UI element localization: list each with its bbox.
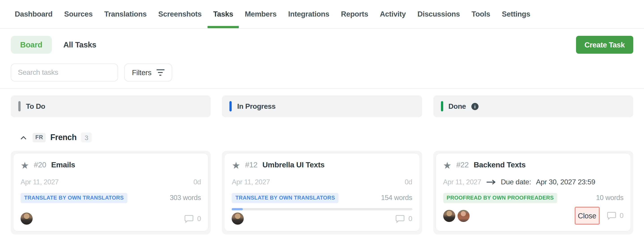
- nav-item-sources[interactable]: Sources: [58, 0, 98, 28]
- task-duration: 0d: [405, 178, 412, 186]
- card-footer: 0: [20, 212, 201, 225]
- lane-todo: ★ #20 Emails Apr 11, 2027 0d TRANSLATE B…: [11, 151, 211, 234]
- card-title-row: ★ #12 Umbrella UI Texts: [232, 153, 412, 170]
- card-date-row: Apr 11, 2027 0d: [20, 178, 201, 187]
- task-word-count: 10 words: [596, 194, 624, 202]
- task-id: #20: [34, 161, 46, 170]
- comment-bubble-icon: [184, 214, 194, 223]
- filters-label: Filters: [132, 68, 152, 77]
- in-progress-status-pill: [230, 101, 232, 111]
- comment-button[interactable]: 0: [184, 214, 201, 223]
- search-input[interactable]: [11, 64, 118, 81]
- comment-button[interactable]: 0: [395, 214, 412, 223]
- card-date-row: Apr 11, 2027 Due date: Apr 30, 2027 23:5…: [443, 178, 624, 187]
- nav-item-reports[interactable]: Reports: [335, 0, 374, 28]
- card-title-row: ★ #20 Emails: [20, 153, 201, 170]
- star-icon[interactable]: ★: [20, 160, 29, 170]
- task-duration: 0d: [194, 178, 201, 186]
- done-info-icon[interactable]: i: [471, 103, 478, 110]
- language-task-count-badge: 3: [81, 132, 92, 142]
- task-date: Apr 11, 2027: [232, 178, 270, 186]
- nav-item-discussions[interactable]: Discussions: [412, 0, 466, 28]
- progress-bar: [232, 208, 412, 210]
- language-group-name: French: [50, 133, 77, 142]
- avatar: [232, 212, 244, 225]
- progress-bar-fill: [232, 208, 242, 210]
- todo-status-pill: [18, 101, 20, 111]
- done-status-pill: [441, 101, 443, 111]
- task-type-badge: TRANSLATE BY OWN TRANSLATORS: [20, 193, 127, 203]
- task-date: Apr 11, 2027: [20, 178, 58, 186]
- nav-item-screenshots[interactable]: Screenshots: [152, 0, 208, 28]
- nav-item-settings[interactable]: Settings: [496, 0, 536, 28]
- comment-count: 0: [408, 214, 412, 223]
- column-label-done: Done: [448, 102, 466, 110]
- card-footer: Close 0: [443, 207, 624, 225]
- task-id: #22: [456, 161, 469, 170]
- divider: [0, 88, 644, 89]
- filters-button[interactable]: Filters: [124, 64, 172, 81]
- collapse-chevron-up-icon[interactable]: [18, 132, 28, 142]
- language-code-badge: FR: [33, 133, 46, 142]
- task-card-22[interactable]: ★ #22 Backend Texts Apr 11, 2027 Due: [436, 153, 630, 231]
- task-title: Backend Texts: [474, 161, 526, 170]
- assignee-avatars: [443, 210, 469, 222]
- column-header-done: Done i: [433, 95, 633, 117]
- board-toolbar: Board All Tasks Create Task: [11, 36, 633, 54]
- task-id: #12: [245, 161, 258, 170]
- assignee-avatars: [20, 212, 33, 225]
- tasks-board-page: Dashboard Sources Translations Screensho…: [0, 0, 644, 245]
- column-label-in-progress: In Progress: [237, 102, 276, 110]
- tab-all-tasks[interactable]: All Tasks: [63, 40, 96, 50]
- nav-item-tools[interactable]: Tools: [466, 0, 496, 28]
- due-date-value: Apr 30, 2027 23:59: [536, 178, 595, 186]
- lane-in-progress: ★ #12 Umbrella UI Texts Apr 11, 2027 0d …: [222, 151, 422, 234]
- nav-item-activity[interactable]: Activity: [374, 0, 412, 28]
- column-label-todo: To Do: [26, 102, 45, 110]
- status-columns: To Do In Progress Done i: [11, 95, 633, 117]
- tab-board[interactable]: Board: [11, 36, 52, 54]
- nav-item-integrations[interactable]: Integrations: [282, 0, 335, 28]
- arrow-right-icon: [486, 179, 496, 185]
- card-date-row: Apr 11, 2027 0d: [232, 178, 412, 187]
- nav-item-tasks[interactable]: Tasks: [208, 0, 239, 28]
- task-word-count: 303 words: [170, 194, 201, 202]
- nav-item-tasks-label: Tasks: [213, 10, 233, 18]
- active-tab-underline: [208, 26, 239, 28]
- top-nav: Dashboard Sources Translations Screensho…: [0, 0, 644, 29]
- task-card-20[interactable]: ★ #20 Emails Apr 11, 2027 0d TRANSLATE B…: [14, 153, 208, 231]
- nav-item-dashboard[interactable]: Dashboard: [9, 0, 58, 28]
- nav-item-translations[interactable]: Translations: [98, 0, 152, 28]
- close-task-button[interactable]: Close: [574, 207, 600, 225]
- task-date: Apr 11, 2027: [443, 178, 481, 186]
- assignee-avatars: [232, 212, 244, 225]
- comment-count: 0: [197, 214, 201, 223]
- task-word-count: 154 words: [381, 194, 412, 202]
- column-header-in-progress: In Progress: [222, 95, 422, 117]
- avatar: [457, 210, 469, 222]
- task-type-badge: PROOFREAD BY OWN PROOFREADERS: [443, 193, 557, 203]
- task-title: Emails: [51, 161, 75, 170]
- task-title: Umbrella UI Texts: [262, 161, 324, 170]
- card-title-row: ★ #22 Backend Texts: [443, 153, 624, 170]
- column-header-todo: To Do: [11, 95, 211, 117]
- filter-icon: [156, 69, 164, 76]
- nav-item-members[interactable]: Members: [239, 0, 282, 28]
- star-icon[interactable]: ★: [232, 160, 240, 170]
- card-badge-row: TRANSLATE BY OWN TRANSLATORS 303 words: [20, 192, 201, 203]
- star-icon[interactable]: ★: [443, 160, 451, 170]
- comment-button[interactable]: 0: [607, 211, 624, 220]
- comment-bubble-icon: [607, 211, 616, 220]
- due-date-label: Due date:: [501, 178, 531, 186]
- lane-done: ★ #22 Backend Texts Apr 11, 2027 Due: [433, 151, 633, 234]
- task-type-badge: TRANSLATE BY OWN TRANSLATORS: [232, 193, 338, 203]
- task-card-12[interactable]: ★ #12 Umbrella UI Texts Apr 11, 2027 0d …: [225, 153, 420, 231]
- card-footer: 0: [232, 212, 412, 225]
- avatar: [20, 212, 33, 225]
- language-group-header: FR French 3: [11, 132, 633, 143]
- comment-bubble-icon: [395, 214, 405, 223]
- search-row: Filters: [11, 64, 633, 81]
- card-badge-row: PROOFREAD BY OWN PROOFREADERS 10 words: [443, 192, 624, 203]
- create-task-button[interactable]: Create Task: [576, 36, 633, 54]
- avatar: [443, 210, 455, 222]
